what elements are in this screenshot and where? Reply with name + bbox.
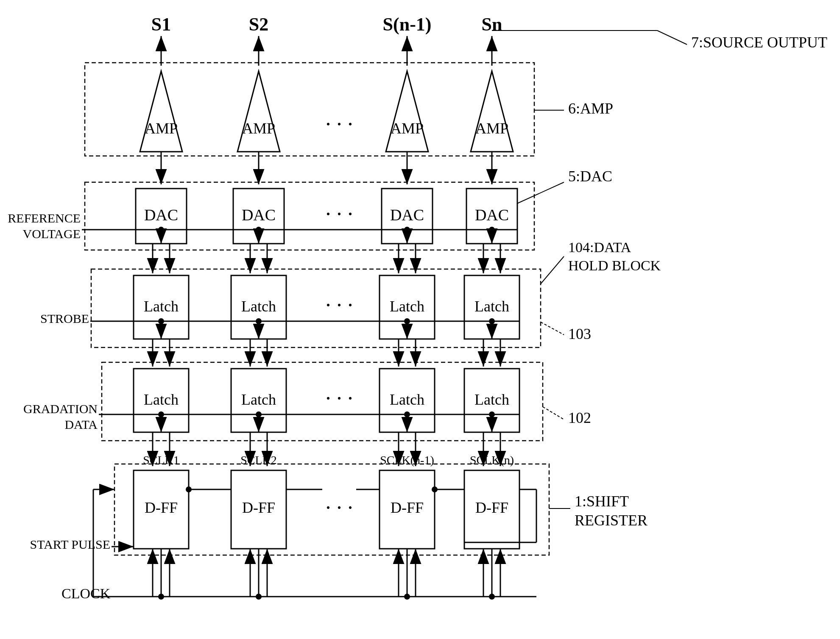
amp2: AMP [242,120,275,137]
dac3: DAC [390,206,424,224]
latch3-lower: Latch [390,391,424,408]
amp1: AMP [145,120,178,137]
svg-point-238 [489,594,495,600]
dff1: D-FF [145,499,178,516]
start-pulse-label: START PULSE [30,537,110,551]
data-hold-label2: HOLD BLOCK [568,258,661,273]
clock-label: CLOCK [61,586,111,601]
sclk1: SCLK1 [143,453,179,467]
dac4: DAC [475,206,509,224]
out-sn1: S(n-1) [383,14,432,35]
block-103: 103 [568,325,591,342]
latch2-upper: Latch [241,298,276,315]
out-s2: S2 [249,14,268,35]
latch2-lower: Latch [241,391,276,408]
sclkn: SCLK(n) [470,453,514,467]
latch4-upper: Latch [474,298,509,315]
data-hold-label: 104:DATA [568,239,631,255]
shift-reg-label1: 1:SHIFT [575,493,629,510]
latch4-lower: Latch [474,391,509,408]
dff2: D-FF [242,499,275,516]
svg-point-225 [432,486,438,492]
out-s1: S1 [151,14,171,35]
latch1-upper: Latch [144,298,179,315]
dff3: D-FF [391,499,424,516]
amp-label: 6:AMP [568,100,613,117]
svg-point-234 [256,594,262,600]
svg-point-236 [404,594,410,600]
latch-upper-ellipsis: · · · [326,293,353,317]
dff4: D-FF [475,499,508,516]
latch3-upper: Latch [390,298,424,315]
svg-rect-122 [0,0,840,639]
sclk2: SCLK2 [240,453,277,467]
dac-ellipsis: · · · [326,202,353,226]
amp3: AMP [391,120,424,137]
latch1-lower: Latch [144,391,179,408]
ref-v-label2: VOLTAGE [23,227,81,241]
svg-point-232 [158,594,164,600]
ref-v-label1: REFERENCE [8,211,81,225]
svg-point-221 [186,486,192,492]
latch-lower-ellipsis: · · · [326,386,353,410]
block-102: 102 [568,409,591,426]
dac1: DAC [144,206,178,224]
dac2: DAC [242,206,276,224]
out-sn: Sn [482,14,502,35]
shift-reg-label2: REGISTER [575,512,647,529]
sclkn1: SCLK(n-1) [380,453,434,467]
grad-data-label2: DATA [64,417,98,431]
amp-ellipsis: · · · [326,112,353,136]
amp4: AMP [475,120,508,137]
strobe-label: STROBE [40,311,89,325]
source-output-label: 7:SOURCE OUTPUT [691,34,827,51]
dff-ellipsis: · · · [326,495,353,520]
dac-label: 5:DAC [568,168,612,185]
grad-data-label1: GRADATION [23,402,98,416]
